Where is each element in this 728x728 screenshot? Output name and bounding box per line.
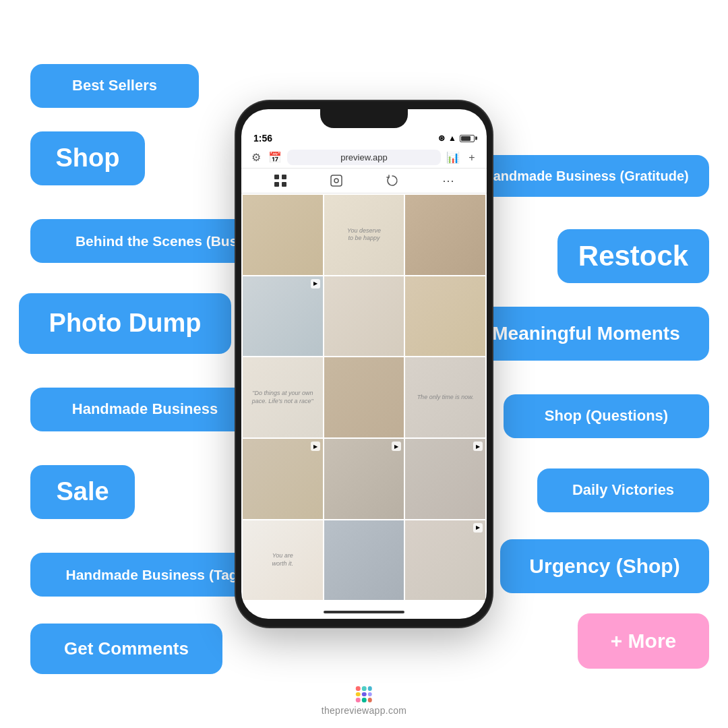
- quote-time-is-now: The only time is now.: [405, 357, 485, 437]
- grid-cell-15: ▶: [405, 520, 485, 601]
- grid-cell-5: [324, 276, 404, 357]
- reels-tab-icon[interactable]: [328, 173, 344, 189]
- grid-cell-9: The only time is now.: [405, 357, 485, 437]
- svg-point-5: [334, 179, 338, 183]
- daily-victories-pill[interactable]: Daily Victories: [537, 468, 709, 512]
- status-time: 1:56: [253, 133, 272, 144]
- phone-notch: [320, 109, 408, 128]
- grid-cell-11: ▶: [324, 439, 404, 519]
- grid-cell-12: ▶: [405, 439, 485, 519]
- logo-dot-7: [356, 698, 361, 702]
- phone-frame: 1:56 ⊛ ▲ ⚙ 📅 preview.app 📊 +: [236, 101, 492, 627]
- home-indicator: [324, 611, 404, 613]
- settings-icon[interactable]: ⚙: [249, 151, 263, 164]
- branding-section: thepreviewapp.com: [322, 686, 407, 716]
- reel-badge-11: ▶: [392, 442, 401, 451]
- handmade-business-gratitude-pill[interactable]: Handmade Business (Gratitude): [463, 155, 709, 197]
- handmade-business-pill[interactable]: Handmade Business: [30, 388, 260, 431]
- reel-badge-10: ▶: [311, 442, 320, 451]
- tabs-bar: ⋯: [241, 169, 487, 193]
- status-icons: ⊛ ▲: [438, 133, 475, 143]
- logo-dot-5: [362, 692, 367, 697]
- phone-mockup: 1:56 ⊛ ▲ ⚙ 📅 preview.app 📊 +: [236, 101, 492, 627]
- battery-icon: [460, 135, 475, 142]
- reel-badge-15: ▶: [473, 523, 483, 533]
- svg-rect-4: [331, 175, 342, 186]
- add-tab-icon[interactable]: +: [465, 151, 479, 164]
- grid-cell-4: ▶: [243, 276, 323, 357]
- logo-dot-2: [362, 686, 367, 691]
- logo-dot-9: [367, 698, 372, 702]
- photo-grid: You deserveto be happy ▶ ": [241, 193, 487, 601]
- grid-tab-icon[interactable]: [272, 173, 289, 189]
- logo-dot-8: [362, 698, 367, 702]
- restock-pill[interactable]: Restock: [557, 229, 709, 283]
- grid-cell-8: [324, 357, 404, 437]
- stats-icon[interactable]: 📊: [446, 151, 460, 164]
- reel-badge-12: ▶: [473, 442, 483, 451]
- calendar-icon[interactable]: 📅: [268, 151, 282, 164]
- best-sellers-pill[interactable]: Best Sellers: [30, 64, 199, 108]
- more-tab-icon[interactable]: ⋯: [440, 173, 456, 189]
- svg-rect-0: [274, 175, 279, 179]
- grid-cell-7: "Do things at your own pace. Life's not …: [243, 357, 323, 437]
- more-pill[interactable]: + More: [578, 613, 709, 669]
- reel-badge-4: ▶: [311, 279, 320, 289]
- phone-screen: 1:56 ⊛ ▲ ⚙ 📅 preview.app 📊 +: [241, 109, 487, 619]
- refresh-tab-icon[interactable]: [384, 173, 400, 189]
- logo-dot-1: [356, 686, 361, 691]
- logo-dot-3: [367, 686, 372, 691]
- quote-you-deserve: You deserveto be happy: [324, 195, 404, 275]
- svg-rect-3: [282, 182, 286, 187]
- logo-dot-6: [367, 692, 372, 697]
- wifi-icon: ⊛: [438, 133, 445, 143]
- grid-cell-13: You areworth it.: [243, 520, 323, 601]
- quote-worth-it: You areworth it.: [243, 520, 323, 601]
- sale-pill[interactable]: Sale: [30, 465, 135, 519]
- signal-icon: ▲: [448, 133, 456, 143]
- browser-url[interactable]: preview.app: [287, 150, 441, 165]
- grid-cell-3: [405, 195, 485, 275]
- grid-cell-2: You deserveto be happy: [324, 195, 404, 275]
- app-logo: [356, 686, 372, 702]
- browser-bar: ⚙ 📅 preview.app 📊 +: [241, 147, 487, 169]
- grid-cell-6: [405, 276, 485, 357]
- svg-rect-2: [274, 182, 279, 187]
- get-comments-pill[interactable]: Get Comments: [30, 624, 222, 674]
- urgency-shop-pill[interactable]: Urgency (Shop): [500, 539, 709, 593]
- branding-url: thepreviewapp.com: [322, 705, 407, 716]
- svg-rect-1: [282, 175, 286, 179]
- grid-cell-1: [243, 195, 323, 275]
- meaningful-moments-pill[interactable]: Meaningful Moments: [463, 307, 709, 361]
- grid-cell-10: ▶: [243, 439, 323, 519]
- photo-dump-pill[interactable]: Photo Dump: [19, 293, 231, 354]
- logo-dot-4: [356, 692, 361, 697]
- quote-own-pace: "Do things at your own pace. Life's not …: [243, 357, 323, 437]
- shop-questions-pill[interactable]: Shop (Questions): [504, 394, 709, 438]
- shop-pill[interactable]: Shop: [30, 131, 145, 185]
- grid-cell-14: [324, 520, 404, 601]
